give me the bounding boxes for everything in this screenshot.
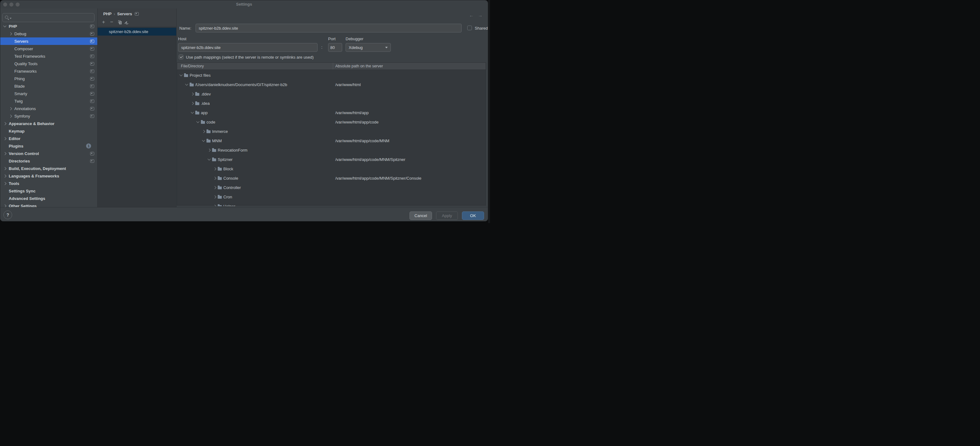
absolute-path-value[interactable]: /var/www/html/app/code/MNM/Spitzner [335, 157, 406, 162]
path-mappings-table: File/Directory Absolute path on the serv… [177, 62, 486, 205]
forward-arrow-icon[interactable]: → [478, 13, 482, 18]
table-row-code[interactable]: code/var/www/html/app/code [177, 117, 486, 127]
duplicate-icon[interactable] [116, 19, 124, 25]
absolute-path-value[interactable]: /var/www/html/app/code/MNM [335, 139, 389, 143]
sidebar-item-version-control[interactable]: Version Control [0, 150, 98, 157]
search-history-caret-icon[interactable] [10, 18, 11, 19]
chevron-slot [191, 112, 195, 113]
sidebar-item-settings-sync[interactable]: Settings Sync [0, 187, 98, 194]
table-row-console[interactable]: Console/var/www/html/app/code/MNM/Spitzn… [177, 174, 486, 183]
chevron-right-icon[interactable] [9, 107, 12, 110]
table-row-immerce[interactable]: Immerce [177, 127, 486, 136]
sidebar-item-advanced-settings[interactable]: Advanced Settings [0, 194, 98, 202]
debugger-dropdown[interactable]: Xdebug [345, 43, 391, 52]
absolute-path-value[interactable]: /var/www/html/app [335, 110, 369, 115]
chevron-right-icon[interactable] [213, 205, 216, 206]
sidebar-item-languages-frameworks[interactable]: Languages & Frameworks [0, 172, 98, 180]
sidebar-item-smarty[interactable]: Smarty [0, 90, 98, 97]
chevron-right-icon[interactable] [3, 152, 6, 155]
chevron-right-icon[interactable] [3, 167, 6, 170]
sidebar-item-directories[interactable]: Directories [0, 157, 98, 165]
chevron-right-icon[interactable] [3, 182, 6, 185]
column-divider[interactable] [333, 63, 333, 70]
back-arrow-icon[interactable]: ← [469, 13, 474, 18]
sidebar-item-composer[interactable]: Composer [0, 45, 98, 53]
import-mappings-icon[interactable] [124, 19, 132, 25]
chevron-right-icon[interactable] [213, 195, 216, 198]
sidebar-item-editor[interactable]: Editor [0, 135, 98, 142]
sidebar-item-annotations[interactable]: Annotations [0, 105, 98, 112]
table-row-spitzner[interactable]: Spitzner/var/www/html/app/code/MNM/Spitz… [177, 155, 486, 164]
sidebar-item-other-settings[interactable]: Other Settings [0, 202, 98, 207]
table-row-revocationform[interactable]: RevocationForm [177, 145, 486, 155]
chevron-slot [202, 131, 207, 132]
sidebar-item-tools[interactable]: Tools [0, 180, 98, 187]
sidebar-item-debug[interactable]: Debug [0, 30, 98, 37]
chevron-right-icon[interactable] [213, 177, 216, 180]
sidebar-item-build-execution-deployment[interactable]: Build, Execution, Deployment [0, 165, 98, 172]
table-row-ddev[interactable]: .ddev [177, 89, 486, 99]
chevron-down-icon[interactable] [3, 24, 6, 27]
table-row-controller[interactable]: Controller [177, 183, 486, 192]
chevron-right-icon[interactable] [208, 148, 211, 151]
host-input[interactable] [178, 43, 318, 52]
chevron-right-icon[interactable] [191, 92, 194, 96]
search-input[interactable] [13, 15, 92, 20]
name-input[interactable] [196, 24, 461, 32]
chevron-right-icon[interactable] [9, 115, 12, 118]
chevron-down-icon[interactable] [202, 139, 205, 142]
sidebar-item-plugins[interactable]: Plugins1 [0, 142, 98, 150]
shared-checkbox[interactable] [467, 25, 472, 30]
window-title: Settings [0, 2, 488, 6]
server-list-item[interactable]: spitzner-b2b.ddev.site [98, 28, 176, 35]
breadcrumb-item-servers[interactable]: Servers [117, 11, 132, 16]
sidebar-item-quality-tools[interactable]: Quality Tools [0, 60, 98, 67]
chevron-right-icon[interactable] [213, 167, 216, 170]
chevron-right-icon[interactable] [202, 130, 205, 133]
help-button[interactable]: ? [3, 210, 12, 219]
sidebar-item-test-frameworks[interactable]: Test Frameworks [0, 53, 98, 60]
sidebar-item-php[interactable]: PHP [0, 22, 98, 30]
add-icon[interactable]: + [100, 19, 108, 25]
chevron-down-icon[interactable] [185, 83, 188, 86]
sidebar-item-servers[interactable]: Servers [0, 37, 98, 45]
chevron-right-icon[interactable] [3, 204, 6, 207]
settings-search-box[interactable] [2, 13, 94, 22]
table-row-project-files[interactable]: Project files [177, 70, 486, 80]
remove-icon[interactable]: − [108, 19, 116, 25]
settings-screen-icon [90, 107, 94, 110]
sidebar-item-blade[interactable]: Blade [0, 82, 98, 90]
chevron-down-icon[interactable] [180, 73, 183, 76]
sidebar-item-keymap[interactable]: Keymap [0, 127, 98, 135]
table-row-mnm[interactable]: MNM/var/www/html/app/code/MNM [177, 136, 486, 145]
sidebar-item-phing[interactable]: Phing [0, 75, 98, 82]
absolute-path-value[interactable]: /var/www/html/app/code [335, 120, 379, 124]
sidebar-item-symfony[interactable]: Symfony [0, 112, 98, 120]
chevron-down-icon[interactable] [191, 111, 194, 114]
chevron-right-icon[interactable] [3, 174, 6, 177]
chevron-right-icon[interactable] [9, 32, 12, 35]
settings-screen-icon [90, 84, 94, 88]
absolute-path-value[interactable]: /var/www/html [335, 82, 361, 87]
chevron-down-icon[interactable] [208, 158, 211, 161]
chevron-right-icon[interactable] [3, 137, 6, 140]
table-row-cron[interactable]: Cron [177, 192, 486, 201]
absolute-path-value[interactable]: /var/www/html/app/code/MNM/Spitzner/Cons… [335, 176, 422, 181]
table-row-idea[interactable]: .idea [177, 99, 486, 108]
table-row-users-danielknudsen-documents-git-spitzner-b2b[interactable]: /Users/danielknudsen/Documents/GIT/spitz… [177, 80, 486, 89]
sidebar-item-appearance-behavior[interactable]: Appearance & Behavior [0, 120, 98, 127]
chevron-right-icon[interactable] [3, 122, 6, 125]
table-row-helper[interactable]: Helper [177, 201, 486, 206]
sidebar-item-frameworks[interactable]: Frameworks [0, 67, 98, 75]
table-row-app[interactable]: app/var/www/html/app [177, 108, 486, 117]
cancel-button[interactable]: Cancel [409, 212, 432, 220]
chevron-right-icon[interactable] [213, 186, 216, 189]
table-row-block[interactable]: Block [177, 164, 486, 174]
sidebar-item-twig[interactable]: Twig [0, 97, 98, 105]
chevron-right-icon[interactable] [191, 102, 194, 105]
use-path-mappings-checkbox[interactable] [179, 54, 183, 59]
ok-button[interactable]: OK [462, 212, 484, 220]
chevron-down-icon[interactable] [197, 120, 200, 123]
port-input[interactable] [328, 43, 342, 52]
breadcrumb-item-php[interactable]: PHP [103, 11, 112, 16]
